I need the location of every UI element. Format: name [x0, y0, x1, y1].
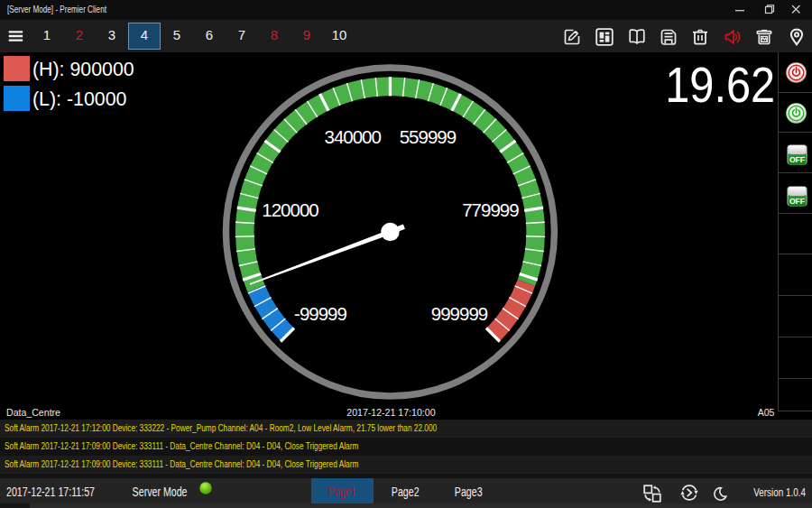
svg-text:340000: 340000: [324, 126, 381, 147]
svg-text:OFF: OFF: [789, 197, 804, 206]
svg-text:559999: 559999: [400, 126, 457, 147]
svg-text:779999: 779999: [462, 199, 519, 220]
svg-text:999999: 999999: [431, 303, 488, 324]
svg-text:120000: 120000: [262, 199, 318, 220]
svg-text:OFF: OFF: [789, 155, 804, 164]
svg-text:-99999: -99999: [294, 303, 346, 324]
